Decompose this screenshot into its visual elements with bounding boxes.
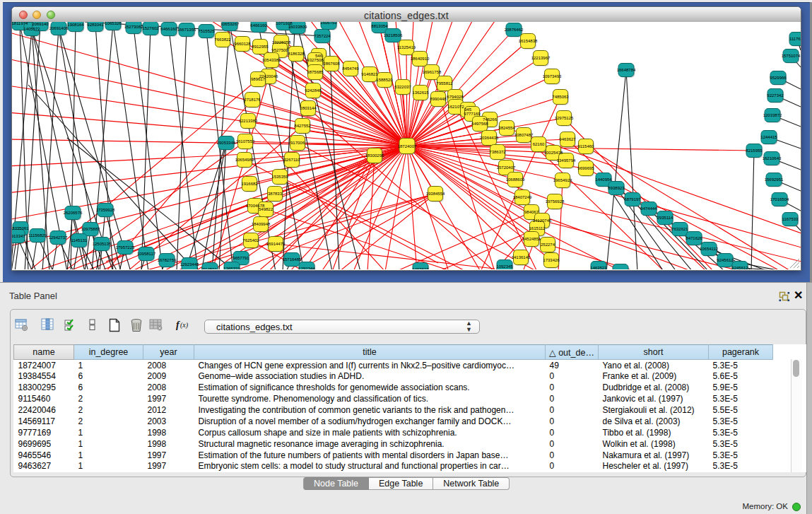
svg-text:5322037: 5322037 <box>394 85 411 89</box>
svg-text:10654112: 10654112 <box>700 247 719 251</box>
svg-text:14120746: 14120746 <box>533 218 552 223</box>
svg-text:10543382: 10543382 <box>262 58 281 62</box>
svg-text:1292344: 1292344 <box>298 267 315 269</box>
svg-text:3824554: 3824554 <box>498 126 515 130</box>
svg-text:1527602: 1527602 <box>142 26 159 30</box>
svg-text:9777169: 9777169 <box>464 112 481 116</box>
svg-text:(x): (x) <box>180 321 189 329</box>
svg-text:10654983: 10654983 <box>235 158 254 162</box>
svg-text:1588520: 1588520 <box>376 78 393 82</box>
svg-text:18724007: 18724007 <box>398 144 417 148</box>
svg-text:1463627: 1463627 <box>412 267 429 269</box>
svg-text:16033809: 16033809 <box>288 25 307 29</box>
svg-text:29053346: 29053346 <box>217 141 236 145</box>
svg-text:1362615: 1362615 <box>412 90 429 95</box>
svg-text:1621072: 1621072 <box>447 105 464 109</box>
svg-text:9657791: 9657791 <box>233 256 249 260</box>
svg-text:12923448: 12923448 <box>180 262 199 267</box>
svg-text:15751074: 15751074 <box>782 54 801 58</box>
svg-text:9283041: 9283041 <box>87 23 104 27</box>
svg-text:7485063: 7485063 <box>552 95 569 99</box>
svg-text:20364436: 20364436 <box>480 136 499 140</box>
svg-text:12505135: 12505135 <box>93 242 112 246</box>
svg-text:17359928: 17359928 <box>96 208 115 212</box>
svg-text:15720407: 15720407 <box>497 165 516 170</box>
svg-text:6794028: 6794028 <box>447 95 464 99</box>
svg-text:1606753: 1606753 <box>320 22 337 25</box>
svg-text:26206576: 26206576 <box>64 211 83 215</box>
svg-text:8813054: 8813054 <box>371 24 388 28</box>
svg-text:9245612: 9245612 <box>731 266 748 269</box>
svg-text:8186328: 8186328 <box>288 52 305 56</box>
svg-text:2867608: 2867608 <box>323 62 340 66</box>
svg-text:9527500: 9527500 <box>271 48 288 52</box>
svg-text:6879197: 6879197 <box>624 197 641 201</box>
svg-text:10973493: 10973493 <box>543 74 562 78</box>
svg-text:9529966: 9529966 <box>770 76 787 80</box>
svg-text:18409948: 18409948 <box>252 222 271 226</box>
svg-text:946352: 946352 <box>613 269 628 269</box>
svg-text:10958117: 10958117 <box>137 252 156 256</box>
svg-text:19218506: 19218506 <box>384 33 403 37</box>
svg-text:1535359: 1535359 <box>271 175 288 179</box>
svg-text:984067: 984067 <box>524 210 539 214</box>
svg-text:549822: 549822 <box>259 207 273 211</box>
svg-text:11156829: 11156829 <box>28 233 47 238</box>
svg-text:9913347: 9913347 <box>12 234 25 238</box>
svg-text:16154838: 16154838 <box>519 39 538 43</box>
svg-text:62160: 62160 <box>533 142 545 146</box>
svg-text:1908164: 1908164 <box>67 23 84 27</box>
svg-text:7357224: 7357224 <box>314 34 331 38</box>
svg-text:1811974: 1811974 <box>12 22 28 25</box>
svg-text:15692951: 15692951 <box>765 177 784 182</box>
svg-text:1117632: 1117632 <box>789 37 801 41</box>
svg-text:1244415: 1244415 <box>760 135 777 139</box>
svg-text:252274: 252274 <box>541 243 555 247</box>
svg-text:15273082: 15273082 <box>124 25 143 29</box>
svg-text:8938923: 8938923 <box>608 186 625 190</box>
svg-text:9660128: 9660128 <box>234 42 251 46</box>
svg-text:2718176: 2718176 <box>244 98 261 102</box>
svg-text:9327508: 9327508 <box>307 58 324 62</box>
svg-text:1440954: 1440954 <box>595 177 612 182</box>
svg-text:6466160: 6466160 <box>250 23 267 28</box>
svg-text:14524851: 14524851 <box>522 237 541 241</box>
svg-text:1065326: 1065326 <box>105 22 122 25</box>
svg-text:12213382: 12213382 <box>239 119 258 123</box>
svg-text:6497568: 6497568 <box>471 122 488 126</box>
svg-text:9146821: 9146821 <box>361 72 378 76</box>
svg-text:8427552: 8427552 <box>294 124 311 128</box>
svg-text:16671355: 16671355 <box>177 28 196 32</box>
svg-text:13226058: 13226058 <box>272 40 291 45</box>
svg-text:1365331: 1365331 <box>223 267 240 269</box>
svg-text:3267110: 3267110 <box>284 158 301 162</box>
svg-text:9463627: 9463627 <box>559 137 576 141</box>
svg-text:10025438: 10025438 <box>544 151 563 155</box>
svg-text:8990448: 8990448 <box>430 97 447 101</box>
svg-text:18640910: 18640910 <box>411 57 430 61</box>
svg-text:9227342: 9227342 <box>767 93 784 98</box>
svg-text:16782759: 16782759 <box>158 258 177 262</box>
svg-text:989617: 989617 <box>251 77 266 81</box>
svg-text:7625402: 7625402 <box>242 238 259 243</box>
svg-text:7386372: 7386372 <box>489 150 506 154</box>
svg-text:2803144: 2803144 <box>300 106 317 110</box>
svg-text:16648784: 16648784 <box>617 68 636 72</box>
svg-text:8215955: 8215955 <box>746 148 763 153</box>
svg-text:12942737: 12942737 <box>49 235 68 240</box>
svg-text:10653267: 10653267 <box>220 22 240 26</box>
svg-text:10807487: 10807487 <box>514 133 534 137</box>
svg-text:11325419: 11325419 <box>397 45 416 49</box>
svg-text:20691406: 20691406 <box>49 26 69 30</box>
svg-text:1405572: 1405572 <box>23 27 40 31</box>
svg-text:1615112: 1615112 <box>529 226 546 230</box>
svg-text:12033872: 12033872 <box>763 113 782 117</box>
svg-text:1145131: 1145131 <box>71 238 88 243</box>
svg-text:1167533: 1167533 <box>782 217 799 221</box>
svg-text:9242848: 9242848 <box>305 88 322 93</box>
svg-text:7663822: 7663822 <box>214 37 231 42</box>
svg-text:8335061: 8335061 <box>12 226 29 230</box>
svg-text:2069140: 2069140 <box>32 22 49 26</box>
svg-text:17957225: 17957225 <box>116 245 135 250</box>
svg-text:9115460: 9115460 <box>578 144 595 148</box>
